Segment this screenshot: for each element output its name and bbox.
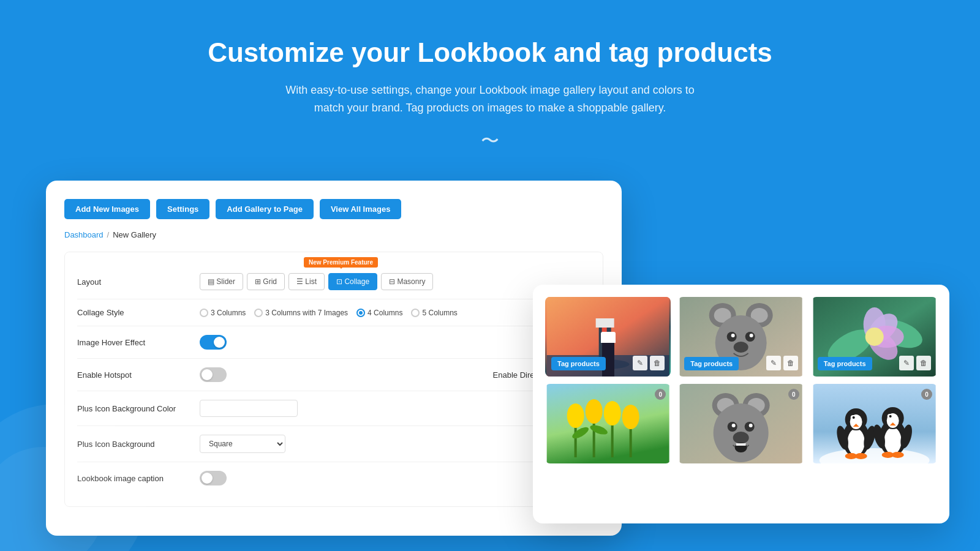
- settings-button[interactable]: Settings: [156, 199, 209, 219]
- breadcrumb-dashboard-link[interactable]: Dashboard: [64, 230, 104, 239]
- svg-point-14: [731, 334, 735, 337]
- layout-label: Layout: [77, 277, 200, 287]
- tag-products-btn-koala[interactable]: Tag products: [684, 357, 739, 370]
- collage-3col-radio[interactable]: [200, 309, 208, 317]
- gallery-panel: Tag products ✎ 🗑: [533, 285, 949, 523]
- collage-4col-radio[interactable]: [356, 309, 365, 317]
- layout-collage-btn[interactable]: ⊡ Collage: [328, 273, 377, 290]
- collage-3col7img-option[interactable]: 3 Columns with 7 Images: [254, 309, 348, 317]
- add-new-images-button[interactable]: Add New Images: [64, 199, 150, 219]
- gallery-item-koala2: 0: [678, 384, 804, 463]
- collage-3col7img-radio[interactable]: [254, 309, 263, 317]
- collage-5col-label: 5 Columns: [422, 309, 457, 317]
- koala-item-actions: ✎ 🗑: [766, 356, 798, 370]
- collage-3col7img-label: 3 Columns with 7 Images: [265, 309, 348, 317]
- breadcrumb: Dashboard / New Gallery: [64, 230, 603, 239]
- svg-point-44: [732, 424, 736, 427]
- svg-point-30: [567, 403, 584, 428]
- collage-5col-option[interactable]: 5 Columns: [411, 309, 457, 317]
- svg-point-24: [865, 328, 883, 346]
- gallery-image-penguins: [812, 384, 937, 463]
- enable-hotspot-toggle[interactable]: [200, 367, 227, 382]
- collage-style-radio-group: 3 Columns 3 Columns with 7 Images 4 Colu…: [200, 309, 458, 317]
- add-gallery-to-page-button[interactable]: Add Gallery to Page: [216, 199, 314, 219]
- lookbook-caption-control: [200, 471, 423, 485]
- layout-options-group: New Premium Feature ▤ Slider ⊞ Grid ☰ Li…: [200, 273, 433, 290]
- lookbook-caption-row: Lookbook image caption Caption Disp: [77, 462, 590, 494]
- svg-point-32: [604, 401, 621, 425]
- tag-products-btn-lighthouse[interactable]: Tag products: [551, 357, 606, 370]
- lighthouse-delete-icon[interactable]: 🗑: [650, 356, 665, 370]
- gallery-item-lighthouse: Tag products ✎ 🗑: [545, 297, 671, 377]
- layout-slider-btn[interactable]: ▤ Slider: [200, 273, 243, 290]
- svg-point-16: [734, 342, 748, 353]
- gallery-image-tulips: [545, 384, 671, 463]
- breadcrumb-current-page: New Gallery: [113, 230, 156, 239]
- svg-point-45: [749, 424, 753, 427]
- enable-hotspot-toggle-knob: [202, 369, 213, 380]
- gallery-item-penguins: 0: [812, 384, 937, 463]
- gallery-item-koala: Tag products ✎ 🗑: [678, 297, 804, 377]
- tulips-svg: [545, 384, 671, 463]
- collage-4col-option[interactable]: 4 Columns: [356, 309, 402, 317]
- svg-point-61: [854, 453, 867, 459]
- premium-badge: New Premium Feature: [304, 257, 378, 268]
- gallery-grid: Tag products ✎ 🗑: [545, 297, 937, 463]
- layout-list-btn[interactable]: ☰ List: [288, 273, 325, 290]
- svg-point-63: [884, 427, 901, 454]
- view-all-images-button[interactable]: View All Images: [320, 199, 402, 219]
- image-hover-toggle-knob: [214, 337, 225, 348]
- koala-edit-icon[interactable]: ✎: [766, 356, 781, 370]
- hero-section: Customize your Lookbook and tag products…: [0, 0, 980, 178]
- hero-title: Customize your Lookbook and tag products: [12, 37, 968, 69]
- flower-edit-icon[interactable]: ✎: [899, 356, 914, 370]
- tag-products-btn-flower[interactable]: Tag products: [818, 357, 872, 370]
- image-hover-toggle[interactable]: [200, 335, 227, 350]
- svg-point-31: [586, 399, 603, 424]
- koala2-badge: 0: [788, 389, 799, 400]
- flower-delete-icon[interactable]: 🗑: [916, 356, 931, 370]
- collage-style-control: 3 Columns 3 Columns with 7 Images 4 Colu…: [200, 309, 590, 317]
- hero-wave-decoration: 〜: [12, 129, 968, 154]
- layout-control: New Premium Feature ▤ Slider ⊞ Grid ☰ Li…: [200, 273, 590, 290]
- collage-3col-option[interactable]: 3 Columns: [200, 309, 246, 317]
- svg-rect-2: [596, 318, 614, 328]
- collage-style-label: Collage Style: [77, 308, 200, 317]
- layout-setting-row: Layout New Premium Feature ▤ Slider ⊞ Gr…: [77, 264, 590, 299]
- svg-rect-3: [602, 328, 607, 340]
- svg-point-46: [733, 432, 749, 444]
- gallery-image-koala2: [678, 384, 804, 463]
- toolbar: Add New Images Settings Add Gallery to P…: [64, 199, 603, 219]
- plus-icon-bg-color-label: Plus Icon Background Color: [77, 404, 200, 413]
- svg-point-52: [847, 429, 864, 455]
- svg-point-67: [889, 415, 891, 418]
- hero-subtitle: With easy-to-use settings, change your L…: [276, 81, 704, 117]
- svg-rect-48: [736, 443, 746, 446]
- collage-3col-label: 3 Columns: [211, 309, 246, 317]
- penguins-badge: 0: [921, 389, 932, 400]
- enable-hotspot-control: [200, 367, 371, 382]
- lookbook-caption-toggle-knob: [202, 473, 213, 484]
- gallery-item-flower: Tag products ✎ 🗑: [812, 297, 937, 377]
- settings-form: Layout New Premium Feature ▤ Slider ⊞ Gr…: [64, 252, 603, 507]
- collage-4col-label: 4 Columns: [368, 309, 402, 317]
- image-hover-setting-row: Image Hover Effect Image Hover: [77, 326, 590, 359]
- koala2-svg: [678, 384, 804, 463]
- flower-item-actions: ✎ 🗑: [899, 356, 931, 370]
- koala-delete-icon[interactable]: 🗑: [783, 356, 798, 370]
- lighthouse-item-actions: ✎ 🗑: [633, 356, 665, 370]
- enable-hotspot-setting-row: Enable Hotspot Enable Direct Cart Option…: [77, 359, 590, 391]
- lighthouse-edit-icon[interactable]: ✎: [633, 356, 647, 370]
- lookbook-caption-toggle[interactable]: [200, 471, 227, 485]
- plus-icon-bg-color-row: Plus Icon Background Color FFFFFF Plus I…: [77, 391, 590, 426]
- plus-icon-bg-color-input[interactable]: FFFFFF: [200, 400, 298, 417]
- plus-icon-bg-color-control: FFFFFF: [200, 400, 519, 417]
- layout-masonry-btn[interactable]: ⊟ Masonry: [381, 273, 433, 290]
- plus-icon-background-select[interactable]: Square Circle None: [200, 435, 285, 453]
- layout-grid-btn[interactable]: ⊞ Grid: [247, 273, 285, 290]
- plus-icon-background-row: Plus Icon Background Square Circle None …: [77, 426, 590, 462]
- image-hover-label: Image Hover Effect: [77, 338, 200, 347]
- gallery-item-tulips: 0: [545, 384, 671, 463]
- collage-5col-radio[interactable]: [411, 309, 420, 317]
- svg-point-56: [852, 416, 854, 419]
